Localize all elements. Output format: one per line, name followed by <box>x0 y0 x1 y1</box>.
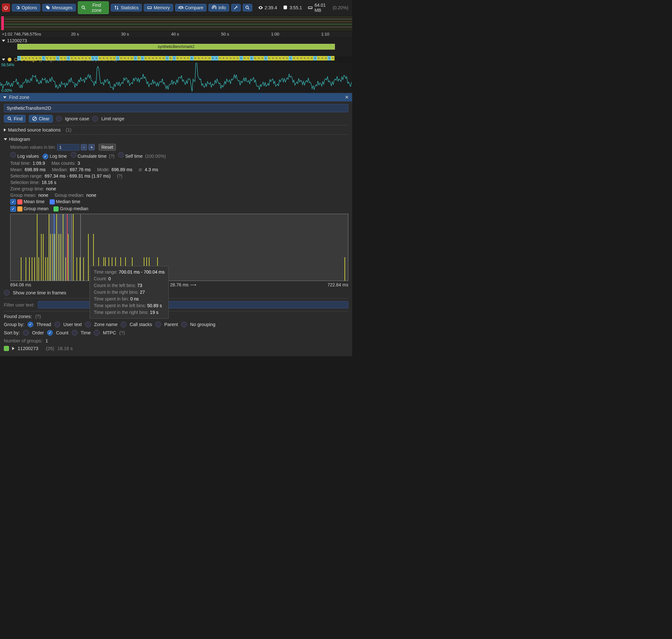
filter-user-input[interactable] <box>38 301 348 309</box>
memory-stat: 64.01 MB (0.20%) <box>306 3 350 13</box>
groupby-none-radio[interactable] <box>181 322 187 327</box>
inc-button[interactable]: + <box>88 144 95 151</box>
collapse-icon[interactable] <box>2 40 5 42</box>
meantime-toggle[interactable] <box>10 199 16 205</box>
matched-locations-header[interactable]: Matched source locations (1) <box>4 127 348 133</box>
power-button[interactable] <box>2 3 10 12</box>
zone-bar[interactable]: syntheticBenchmark2 <box>17 44 335 50</box>
groupby-usertext-radio[interactable] <box>55 322 60 327</box>
wrench-icon <box>233 5 239 10</box>
groupmean-toggle[interactable] <box>10 206 16 212</box>
cpu-plot[interactable]: 58.54% 0.00% <box>0 63 352 93</box>
log-time-checkbox[interactable] <box>43 154 48 159</box>
zone-children[interactable]: SSSSSSSSSSSSSSSSSSSSSSSSSSSSSSSSSSSSSSSS… <box>17 56 335 61</box>
thread-id-label: 11200273 <box>7 38 27 43</box>
sortby-mtpc-radio[interactable] <box>94 330 100 336</box>
cumulate-checkbox[interactable] <box>71 152 77 158</box>
clear-button[interactable]: Clear <box>29 115 52 123</box>
prohibit-icon <box>32 116 37 121</box>
min-bin-input[interactable] <box>57 144 79 151</box>
view-range-marker[interactable] <box>1 16 4 30</box>
ignore-case-label: Ignore case <box>65 116 89 121</box>
reset-button[interactable]: Reset <box>98 144 116 151</box>
statistics-button[interactable]: Statistics <box>111 4 142 12</box>
main-toolbar: Options Messages Find zone Statistics Me… <box>0 0 352 16</box>
collapse-icon[interactable] <box>2 59 5 61</box>
search-icon <box>81 5 86 10</box>
tag-icon <box>45 5 50 10</box>
histogram-header[interactable]: Histogram <box>4 137 348 142</box>
db-time-stat: 3:55.1 <box>281 5 304 10</box>
gear-icon <box>15 5 20 10</box>
collapse-icon <box>4 138 7 140</box>
groupby-parent-radio[interactable] <box>155 322 161 327</box>
histogram-plot[interactable] <box>10 214 348 281</box>
search-icon <box>7 116 12 121</box>
show-frames-checkbox[interactable] <box>4 290 10 296</box>
histogram-tooltip: Time range: 700.01 ms - 700.04 ms Count:… <box>90 266 169 319</box>
collapse-icon[interactable] <box>3 96 6 98</box>
hist-xmin: 694.08 ms <box>10 282 31 287</box>
expand-icon[interactable] <box>12 347 14 350</box>
search-input[interactable] <box>4 104 348 112</box>
groupby-thread-radio[interactable] <box>28 322 33 327</box>
groupby-callstacks-radio[interactable] <box>121 322 126 327</box>
scale-icon <box>178 5 183 10</box>
close-icon[interactable]: ✕ <box>345 95 349 100</box>
cpu-icon <box>7 57 12 62</box>
svg-point-6 <box>8 117 11 120</box>
sortby-order-radio[interactable] <box>23 330 29 336</box>
sort-icon <box>114 5 119 10</box>
eye-icon <box>258 5 263 10</box>
panel-title-label: Find zone <box>9 95 29 100</box>
svg-point-5 <box>8 58 12 61</box>
svg-rect-4 <box>308 7 312 8</box>
dec-button[interactable]: - <box>81 144 87 151</box>
overview-timeline[interactable] <box>0 16 352 31</box>
thread-row: 11200273 syntheticBenchmark2 SSSSSSSSSSS… <box>0 37 352 56</box>
groupby-zonename-radio[interactable] <box>85 322 91 327</box>
hist-xmax: 722.84 ms <box>327 282 348 287</box>
info-button[interactable]: Info <box>209 4 229 12</box>
group-color-swatch <box>4 346 9 351</box>
self-time-checkbox[interactable] <box>118 152 124 158</box>
svg-point-2 <box>246 6 248 9</box>
expand-icon <box>4 128 6 131</box>
time-ruler[interactable]: +1:02 746,798,575ns 20 s 30 s 40 s 50 s … <box>0 31 352 37</box>
tools-button[interactable] <box>231 4 241 12</box>
sortby-count-radio[interactable] <box>47 330 53 336</box>
memory-icon <box>308 5 313 10</box>
group-row[interactable]: 11200273 (26) 18.16 s <box>4 346 348 351</box>
zoom-button[interactable] <box>243 4 252 12</box>
messages-button[interactable]: Messages <box>42 4 76 12</box>
find-button[interactable]: Find <box>4 115 26 123</box>
options-button[interactable]: Options <box>12 4 40 12</box>
svg-rect-1 <box>148 7 151 8</box>
find-zone-panel: Find zone ✕ Find Clear Ignore case Limit… <box>0 93 352 356</box>
limit-range-checkbox[interactable] <box>92 116 98 122</box>
memory-icon <box>147 5 152 10</box>
ruler-origin: +1:02 746,798,575ns <box>2 32 50 36</box>
found-zones-label: Found zones: <box>4 314 32 319</box>
compare-button[interactable]: Compare <box>175 4 207 12</box>
ignore-case-checkbox[interactable] <box>56 116 62 122</box>
find-zone-button[interactable]: Find zone <box>78 1 109 14</box>
cpu-plot-svg <box>0 63 352 93</box>
memory-button[interactable]: Memory <box>144 4 173 12</box>
search-icon <box>245 5 250 10</box>
view-time-stat: 2:39.4 <box>256 5 279 10</box>
panel-titlebar[interactable]: Find zone ✕ <box>0 93 352 102</box>
log-values-checkbox[interactable] <box>10 152 16 158</box>
svg-point-0 <box>82 6 84 9</box>
sortby-time-radio[interactable] <box>72 330 77 336</box>
fingerprint-icon <box>212 5 217 10</box>
database-icon <box>283 5 288 10</box>
limit-range-label: Limit range <box>101 116 124 121</box>
